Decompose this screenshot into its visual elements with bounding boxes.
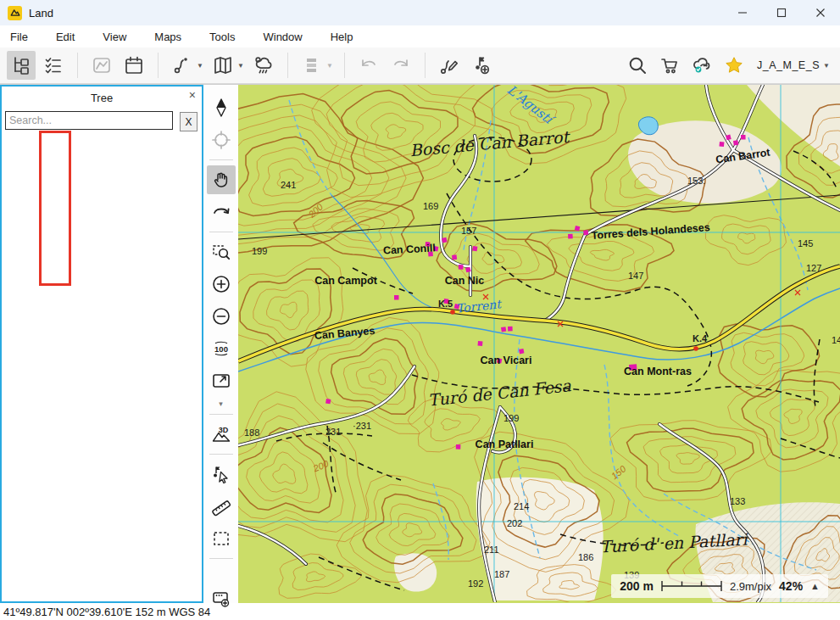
title-bar: Land (0, 0, 840, 25)
menu-item-maps[interactable]: Maps (154, 28, 181, 46)
menu-item-tools[interactable]: Tools (209, 28, 235, 46)
undo-icon (359, 55, 379, 75)
map-label: Can Nic (445, 275, 485, 287)
select-waypoint-button[interactable] (207, 460, 236, 489)
app-logo-icon (8, 6, 22, 20)
scale-overlay: 200 m 2.9m/pix 42% ▲ (611, 574, 828, 598)
compass-button[interactable] (207, 93, 236, 122)
undo-button[interactable] (354, 51, 383, 80)
map-label: 127 (806, 263, 821, 273)
favorites-button[interactable] (720, 51, 748, 80)
svg-text:3D: 3D (218, 426, 228, 434)
rotate-icon (211, 202, 231, 222)
app-window: Land FileEditViewMapsToolsWindowHelp ▼▼▼… (0, 0, 840, 620)
map-label: 186 (578, 552, 593, 562)
store-button[interactable] (655, 51, 684, 80)
tree-panel-title: Tree (91, 92, 113, 104)
map-label: 145 (832, 335, 840, 345)
pan-button[interactable] (207, 165, 236, 194)
tree-view-icon (11, 55, 31, 75)
more-tools-button[interactable]: ▾ (207, 397, 236, 411)
list-options-dropdown[interactable]: ▼ (326, 62, 335, 70)
map-canvas[interactable]: L'AgustíBosc de Can BarrotCan Barrot153.… (238, 85, 840, 602)
scale-ruler-icon (661, 580, 722, 592)
sync-button[interactable] (687, 51, 716, 80)
search-row: X (2, 109, 202, 136)
redo-button[interactable] (387, 51, 415, 80)
map-label: ·231 (353, 421, 371, 431)
map-label: 133 (730, 496, 745, 506)
toolbar-separator (209, 232, 233, 232)
chevron-down-icon: ▼ (823, 62, 832, 70)
zoom-100-button[interactable]: 100 (207, 334, 236, 363)
scale-distance: 200 m (620, 579, 654, 593)
routes-tool-button[interactable] (168, 51, 197, 80)
tree-view-button[interactable] (7, 51, 36, 80)
search-clear-button[interactable]: X (180, 112, 197, 131)
data-list-icon (43, 55, 64, 75)
main-toolbar: ▼▼▼J_A_M_E_S▼ (0, 47, 840, 84)
map-label: 169 (423, 201, 438, 211)
map-label: 147 (628, 271, 643, 281)
statistics-button[interactable] (87, 51, 116, 80)
panel-close-icon[interactable]: × (189, 89, 196, 101)
zoom-window-icon (211, 242, 231, 262)
maps-tool-dropdown[interactable]: ▼ (237, 62, 246, 70)
map-label: 241 (281, 180, 296, 190)
locate-button[interactable] (207, 126, 236, 154)
list-options-icon (302, 55, 322, 75)
weather-button[interactable] (249, 51, 278, 80)
routes-tool-icon (172, 55, 192, 75)
map-label: 199 (252, 246, 267, 256)
map-toolbar: 100▾3D (203, 85, 238, 603)
calendar-icon (124, 55, 144, 75)
zoom-window-button[interactable] (207, 237, 236, 266)
maximize-button[interactable] (762, 0, 801, 25)
zoom-out-button[interactable] (207, 302, 236, 331)
scale-expand-icon[interactable]: ▲ (810, 581, 820, 591)
menu-item-view[interactable]: View (103, 28, 126, 46)
measure-button[interactable] (207, 492, 236, 521)
data-list-button[interactable] (39, 51, 68, 80)
search-icon (627, 55, 648, 75)
map-label: 153. (687, 176, 705, 186)
fit-view-button[interactable] (207, 366, 236, 395)
view-3d-icon: 3D (211, 424, 231, 444)
statistics-icon (92, 55, 112, 75)
maps-tool-button[interactable] (209, 51, 237, 80)
toolbar-separator (209, 414, 233, 415)
map-label: 145 (798, 238, 813, 249)
user-menu[interactable]: J_A_M_E_S▼ (757, 59, 833, 71)
toolbar-separator (425, 53, 426, 78)
view-3d-button[interactable]: 3D (207, 420, 236, 449)
status-bar: 41º49.817'N 002º39.610'E 152 m WGS 84 (0, 603, 840, 620)
minimize-button[interactable] (723, 0, 762, 25)
map-label: 187 (494, 569, 509, 579)
new-waypoint-button[interactable] (467, 51, 496, 80)
zoom-in-button[interactable] (207, 270, 236, 299)
compass-icon (211, 98, 231, 118)
menu-item-file[interactable]: File (10, 28, 28, 46)
new-table-icon (211, 589, 231, 609)
routes-tool-dropdown[interactable]: ▼ (197, 62, 205, 70)
zoom-out-icon (211, 306, 231, 327)
map-label: 231 (325, 427, 341, 437)
tree-panel-header: Tree × (2, 87, 202, 109)
search-input[interactable] (5, 111, 173, 130)
rotate-button[interactable] (207, 198, 236, 226)
calendar-button[interactable] (120, 51, 148, 80)
redo-icon (391, 55, 411, 75)
search-button[interactable] (623, 51, 652, 80)
list-options-button[interactable] (298, 51, 326, 80)
edit-route-button[interactable] (435, 51, 464, 80)
new-table-button[interactable] (207, 584, 236, 613)
toolbar-separator (77, 53, 78, 78)
menu-item-edit[interactable]: Edit (56, 28, 75, 46)
menu-item-window[interactable]: Window (263, 28, 302, 46)
toolbar-separator (158, 53, 159, 78)
close-button[interactable] (801, 0, 840, 25)
favorites-icon (724, 55, 744, 75)
menu-item-help[interactable]: Help (331, 28, 353, 46)
select-area-button[interactable] (207, 524, 236, 553)
select-area-icon (211, 528, 231, 549)
